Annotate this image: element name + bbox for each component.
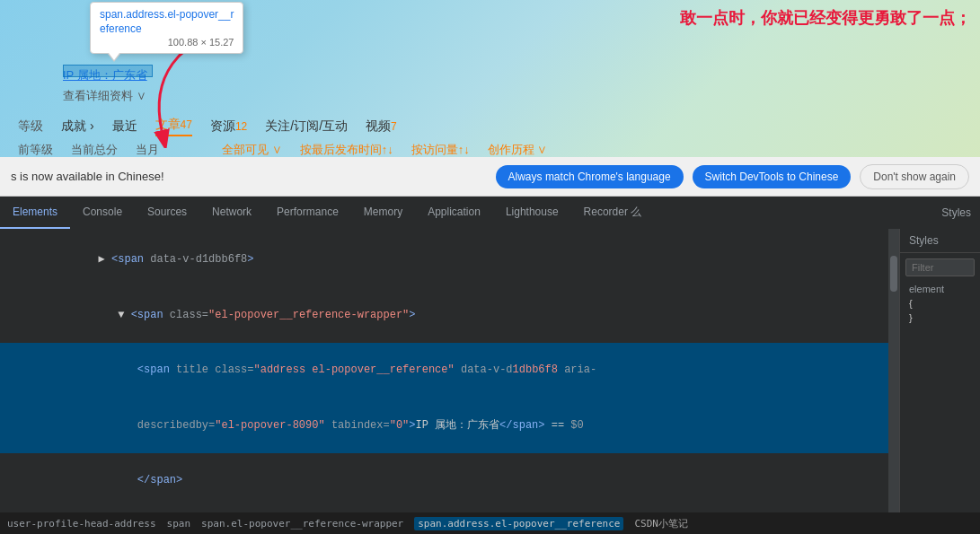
- nav-item-resources[interactable]: 资源12: [210, 118, 247, 135]
- tab-application[interactable]: Application: [415, 197, 493, 229]
- tab-memory[interactable]: Memory: [351, 197, 415, 229]
- styles-filter-input[interactable]: [905, 258, 975, 276]
- tab-recorder-label: Recorder 么: [584, 205, 642, 220]
- tab-network-label: Network: [212, 206, 252, 218]
- tab-network[interactable]: Network: [199, 197, 264, 229]
- articles-badge: 47: [181, 118, 192, 131]
- filter-all-visible[interactable]: 全部可见 ∨: [222, 142, 282, 157]
- tab-performance-label: Performance: [277, 206, 339, 218]
- styles-panel-header: Styles: [900, 229, 980, 253]
- devtools-panel: s is now available in Chinese! Always ma…: [0, 157, 980, 534]
- tab-performance[interactable]: Performance: [264, 197, 351, 229]
- breadcrumb-popover-wrapper[interactable]: span.el-popover__reference-wrapper: [201, 518, 403, 530]
- subnav-prev-level: 前等级: [18, 142, 53, 157]
- html-panel-scrollbar[interactable]: [888, 229, 899, 512]
- tooltip-arrow: [109, 53, 119, 60]
- filter-by-views[interactable]: 按访问量↑↓: [411, 142, 470, 157]
- nav-label-grade: 等级: [18, 118, 43, 135]
- tab-sources-label: Sources: [147, 206, 187, 218]
- filter-creation-history[interactable]: 创作历程 ∨: [488, 142, 548, 157]
- styles-panel: Styles element { }: [899, 229, 980, 512]
- chinese-motivational-text: 敢一点时，你就已经变得更勇敢了一点；: [680, 7, 971, 29]
- page-nav: 等级 成就 › 最近 文章47 资源12 关注/订阅/互动 视频7: [0, 117, 980, 136]
- styles-label: Styles: [909, 234, 939, 247]
- tab-lighthouse-label: Lighthouse: [506, 206, 559, 218]
- btn-always-match[interactable]: Always match Chrome's language: [496, 165, 684, 188]
- videos-badge: 7: [391, 120, 397, 133]
- html-line-3-highlighted[interactable]: <span title class="address el-popover__r…: [0, 343, 888, 398]
- styles-brace-close: }: [900, 311, 980, 325]
- subnav-total-score: 当前总分: [71, 142, 118, 157]
- breadcrumb-span[interactable]: span: [167, 518, 191, 530]
- styles-element-label: element: [900, 282, 980, 296]
- btn-dont-show-again[interactable]: Don't show again: [860, 164, 969, 189]
- tab-sources[interactable]: Sources: [135, 197, 199, 229]
- tab-recorder[interactable]: Recorder 么: [571, 197, 655, 229]
- nav-item-recent[interactable]: 最近: [112, 118, 137, 135]
- devtools-right-label: Styles: [932, 206, 980, 219]
- devtools-content: ▶ <span data-v-d1dbb6f8> ▼ <span class="…: [0, 229, 980, 512]
- devtools-tab-bar: Elements Console Sources Network Perform…: [0, 197, 980, 229]
- tab-elements-label: Elements: [13, 206, 57, 218]
- nav-item-videos[interactable]: 视频7: [366, 118, 397, 135]
- page-content-area: span.address.el-popover__r eference 100.…: [0, 0, 980, 157]
- devtools-notification-bar: s is now available in Chinese! Always ma…: [0, 157, 980, 197]
- breadcrumb-user-profile[interactable]: user-profile-head-address: [7, 518, 156, 530]
- element-tooltip: span.address.el-popover__r eference 100.…: [90, 2, 243, 54]
- tab-console-label: Console: [83, 206, 122, 218]
- breadcrumb-bar: user-profile-head-address span span.el-p…: [0, 512, 980, 534]
- view-profile[interactable]: 查看详细资料 ∨: [63, 88, 146, 104]
- resources-badge: 12: [235, 120, 247, 133]
- tooltip-element-name2: eference: [100, 22, 234, 35]
- html-line-1: ▶ <span data-v-d1dbb6f8>: [0, 232, 888, 288]
- subnav-current-month: 当月: [136, 142, 159, 157]
- tab-memory-label: Memory: [364, 206, 402, 218]
- tab-application-label: Application: [428, 206, 481, 218]
- filter-by-time[interactable]: 按最后发布时间↑↓: [300, 142, 393, 157]
- page-subnav: 前等级 当前总分 当月 全部可见 ∨ 按最后发布时间↑↓ 按访问量↑↓ 创作历程…: [0, 142, 980, 157]
- html-line-5: </span>: [0, 453, 888, 509]
- breadcrumb-csdn[interactable]: CSDN小笔记: [634, 517, 688, 530]
- nav-item-achievements[interactable]: 成就 ›: [61, 118, 94, 135]
- tab-console[interactable]: Console: [70, 197, 135, 229]
- notification-text: s is now available in Chinese!: [11, 170, 487, 183]
- tooltip-dimensions: 100.88 × 15.27: [100, 37, 234, 48]
- nav-item-subscriptions[interactable]: 关注/订阅/互动: [265, 118, 348, 135]
- devtools-tabs-right: Styles: [932, 197, 980, 229]
- tab-lighthouse[interactable]: Lighthouse: [493, 197, 571, 229]
- tab-elements[interactable]: Elements: [0, 197, 70, 229]
- html-tree-panel: ▶ <span data-v-d1dbb6f8> ▼ <span class="…: [0, 229, 888, 512]
- btn-switch-to-chinese[interactable]: Switch DevTools to Chinese: [693, 165, 852, 188]
- nav-item-articles[interactable]: 文章47: [155, 117, 192, 136]
- tooltip-element-name: span.address.el-popover__r: [100, 8, 234, 21]
- scrollbar-thumb[interactable]: [890, 256, 897, 292]
- breadcrumb-address-reference[interactable]: span.address.el-popover__reference: [414, 517, 623, 530]
- html-line-4-highlighted[interactable]: describedby="el-popover-8090" tabindex="…: [0, 398, 888, 454]
- html-line-2: ▼ <span class="el-popover__reference-wra…: [0, 288, 888, 344]
- highlighted-element-overlay: [63, 65, 153, 77]
- styles-brace-open: {: [900, 296, 980, 311]
